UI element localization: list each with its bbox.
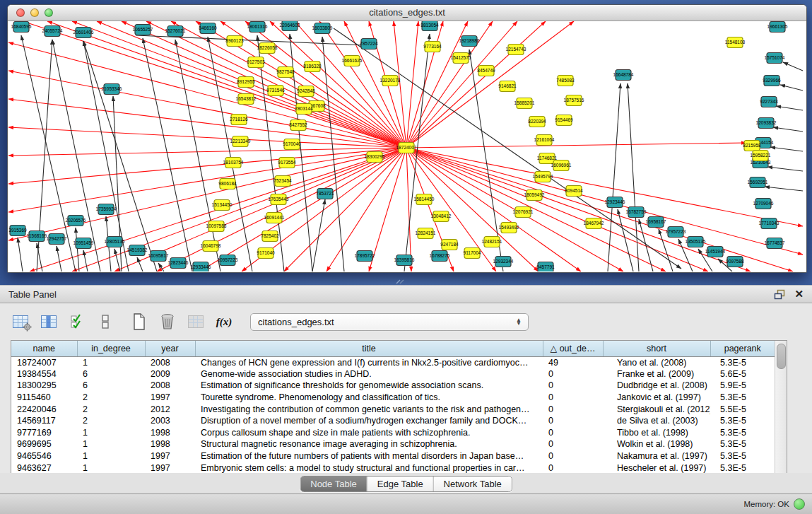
graph-node[interactable]: 11568169	[27, 231, 47, 242]
cell-in_degree[interactable]: 1	[77, 427, 145, 439]
graph-node[interactable]: 22064603	[280, 21, 300, 31]
graph-node[interactable]: 16774837	[765, 238, 785, 249]
graph-node[interactable]: 15412575	[451, 53, 471, 64]
cell-name[interactable]: 9777169	[11, 427, 77, 439]
graph-node[interactable]: 18724007	[396, 143, 417, 153]
graph-node[interactable]: 7825402	[261, 231, 279, 242]
graph-node[interactable]: 18757516	[564, 95, 584, 106]
graph-node[interactable]: 9827548	[276, 67, 295, 78]
graph-node[interactable]: 12933446	[191, 262, 211, 272]
cell-year[interactable]: 2008	[145, 380, 195, 392]
tab-node-table[interactable]: Node Table	[300, 477, 367, 491]
cell-out_degree[interactable]: 0	[543, 403, 603, 415]
cell-out_degree[interactable]: 0	[543, 415, 603, 427]
graph-node[interactable]: 2803144	[295, 104, 313, 115]
tab-edge-table[interactable]: Edge Table	[367, 477, 434, 491]
graph-node[interactable]: 15751074	[765, 53, 785, 64]
cell-name[interactable]: 19384554	[11, 368, 77, 380]
graph-node[interactable]: 10097588	[206, 221, 227, 232]
graph-node[interactable]: 18059492	[524, 190, 545, 201]
table-row[interactable]: 1456911722003Disruption of a novel membe…	[11, 415, 775, 427]
cell-out_degree[interactable]: 0	[543, 380, 603, 392]
graph-node[interactable]: 10957223	[218, 255, 238, 266]
cell-in_degree[interactable]: 1	[77, 438, 145, 450]
graph-node[interactable]: 9154469	[555, 115, 573, 126]
cell-title[interactable]: Disruption of a novel member of a sodium…	[195, 415, 543, 427]
graph-node[interactable]: 12824151	[416, 228, 436, 239]
cell-out_degree[interactable]: 49	[543, 356, 603, 368]
cell-name[interactable]: 18724007	[11, 356, 77, 368]
cell-in_degree[interactable]: 1	[77, 462, 145, 474]
graph-node[interactable]: 13220178	[380, 76, 401, 86]
graph-node[interactable]: 9171040	[257, 248, 275, 259]
graph-node[interactable]: 21053346	[102, 84, 122, 95]
table-row[interactable]: 911546021997Tourette syndrome. Phenomeno…	[11, 392, 775, 404]
clear-selection-icon[interactable]	[95, 311, 116, 332]
cell-year[interactable]: 1998	[145, 427, 195, 439]
graph-node[interactable]: 12161064	[534, 135, 555, 146]
cell-pagerank[interactable]: 5.6E-5	[710, 368, 775, 380]
graph-node[interactable]: 16096961	[551, 160, 572, 171]
cell-year[interactable]: 2008	[145, 356, 195, 368]
window-titlebar[interactable]: citations_edges.txt	[8, 5, 806, 21]
graph-node[interactable]: 7485083	[556, 76, 575, 86]
cell-pagerank[interactable]: 5.3E-5	[710, 438, 775, 450]
graph-node[interactable]: 11548108	[725, 37, 746, 48]
column-header-name[interactable]: name	[11, 341, 77, 356]
column-header-title[interactable]: title	[195, 341, 543, 356]
cell-name[interactable]: 9463627	[11, 462, 77, 474]
graph-node[interactable]: 9247184	[440, 240, 459, 250]
graph-node[interactable]: 16091441	[264, 213, 285, 223]
graph-node[interactable]: 12709046	[753, 199, 774, 209]
graph-node[interactable]: 18061316	[247, 22, 268, 33]
table-selector-dropdown[interactable]: citations_edges.txt ▲▼	[250, 313, 529, 331]
column-header-year[interactable]: year	[145, 341, 195, 356]
select-all-rows-icon[interactable]	[66, 311, 88, 332]
select-column-icon[interactable]	[38, 311, 59, 332]
graph-node[interactable]: 15814450	[414, 194, 435, 205]
graph-node[interactable]: 13505135	[686, 237, 706, 247]
cell-pagerank[interactable]: 5.5E-5	[710, 403, 775, 415]
column-header-in_degree[interactable]: in_degree	[77, 341, 145, 356]
graph-node[interactable]: 9227343	[760, 97, 778, 107]
graph-node[interactable]: 9242848	[297, 86, 315, 97]
table-row[interactable]: 977716911998Corpus callosum shape and si…	[11, 427, 775, 439]
cell-short[interactable]: Jankovic et al. (1997)	[603, 392, 710, 404]
graph-node[interactable]: 16033809	[312, 23, 333, 34]
cell-out_degree[interactable]: 0	[543, 438, 603, 450]
cell-in_degree[interactable]: 6	[77, 368, 145, 380]
cell-title[interactable]: Investigating the contribution of common…	[195, 403, 543, 415]
graph-node[interactable]: 12942757	[47, 234, 67, 245]
cell-out_degree[interactable]: 0	[543, 427, 603, 439]
graph-node[interactable]: 18300295	[365, 152, 385, 163]
graph-node[interactable]: 9806184	[218, 179, 237, 189]
splitter-grip[interactable]	[396, 279, 404, 284]
cell-in_degree[interactable]: 2	[77, 392, 145, 404]
graph-node[interactable]: 8912955	[237, 77, 255, 88]
cell-short[interactable]: Tibbo et al. (1998)	[603, 427, 710, 439]
graph-node[interactable]: 12932344	[493, 257, 514, 267]
graph-node[interactable]: 3915369	[8, 226, 27, 236]
cell-pagerank[interactable]: 5.3E-5	[710, 427, 775, 439]
graph-node[interactable]: 16046798	[201, 241, 221, 252]
graph-node[interactable]: 10655257	[133, 25, 153, 35]
table-row[interactable]: 1938455462009Genome-wide association stu…	[11, 368, 775, 380]
cell-year[interactable]: 1998	[145, 438, 195, 450]
graph-node[interactable]: 9731546	[266, 86, 285, 96]
column-header-pagerank[interactable]: pagerank	[710, 341, 775, 356]
cell-title[interactable]: Embryonic stem cells: a model to study s…	[195, 462, 543, 474]
cell-short[interactable]: Stergiakouli et al. (2012)	[603, 403, 710, 415]
graph-node[interactable]: 17635443	[269, 194, 289, 205]
cell-title[interactable]: Structural magnetic resonance image aver…	[195, 438, 543, 450]
graph-node[interactable]: 9117004	[464, 248, 481, 259]
cell-pagerank[interactable]: 5.3E-5	[710, 415, 775, 427]
graph-node[interactable]: 16840595	[11, 22, 32, 33]
graph-node[interactable]: 8220394	[528, 117, 546, 127]
table-scrollbar[interactable]	[775, 341, 787, 474]
graph-node[interactable]: 18467942	[584, 218, 604, 229]
graph-node[interactable]: 7857224	[360, 39, 378, 49]
cell-name[interactable]: 9465546	[11, 450, 77, 462]
graph-node[interactable]: 12093832	[756, 118, 777, 129]
cell-in_degree[interactable]: 2	[77, 403, 145, 415]
float-panel-icon[interactable]	[774, 289, 786, 300]
